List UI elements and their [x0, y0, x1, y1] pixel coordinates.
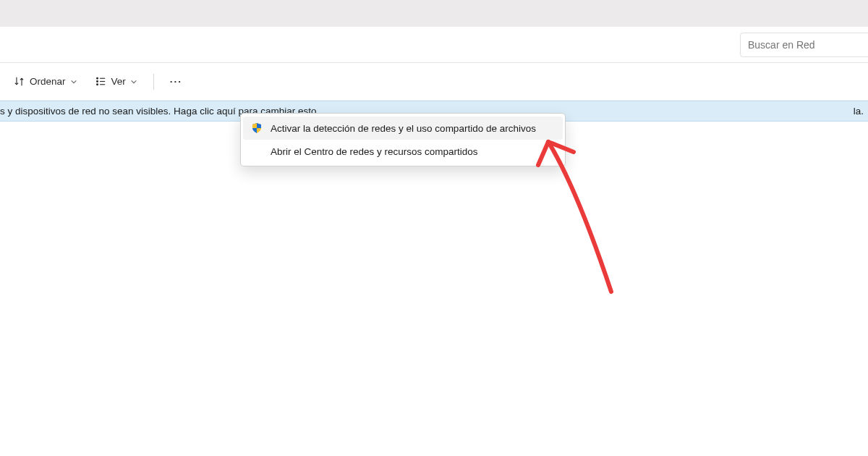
menu-item-label: Abrir el Centro de redes y recursos comp…: [271, 146, 478, 157]
svg-point-2: [96, 84, 98, 85]
view-label: Ver: [111, 76, 126, 87]
address-bar: [0, 27, 868, 63]
more-button[interactable]: ···: [163, 72, 190, 91]
more-icon: ···: [170, 76, 182, 87]
view-icon: [95, 75, 107, 88]
search-input[interactable]: [748, 39, 868, 51]
context-menu: Activar la detección de redes y el uso c…: [240, 113, 566, 166]
view-button[interactable]: Ver: [88, 71, 145, 92]
blank-icon: [250, 145, 263, 158]
shield-icon: [250, 122, 263, 135]
svg-point-1: [96, 81, 98, 83]
menu-item-label: Activar la detección de redes y el uso c…: [271, 123, 536, 134]
annotation-arrow: [0, 122, 868, 456]
menu-item-enable-network-discovery[interactable]: Activar la detección de redes y el uso c…: [243, 117, 563, 140]
toolbar-divider: [153, 74, 154, 90]
window-titlebar: [0, 0, 868, 27]
menu-item-open-network-center[interactable]: Abrir el Centro de redes y recursos comp…: [243, 140, 563, 163]
sort-button[interactable]: Ordenar: [6, 71, 85, 92]
sort-label: Ordenar: [30, 76, 66, 87]
sort-icon: [13, 75, 25, 88]
chevron-down-icon: [70, 78, 77, 85]
chevron-down-icon: [130, 78, 137, 85]
banner-trailing-text: la.: [854, 106, 864, 117]
svg-point-0: [96, 77, 98, 79]
content-area: Activar la detección de redes y el uso c…: [0, 122, 868, 456]
search-box[interactable]: [740, 33, 868, 57]
toolbar: Ordenar Ver ···: [0, 63, 868, 101]
